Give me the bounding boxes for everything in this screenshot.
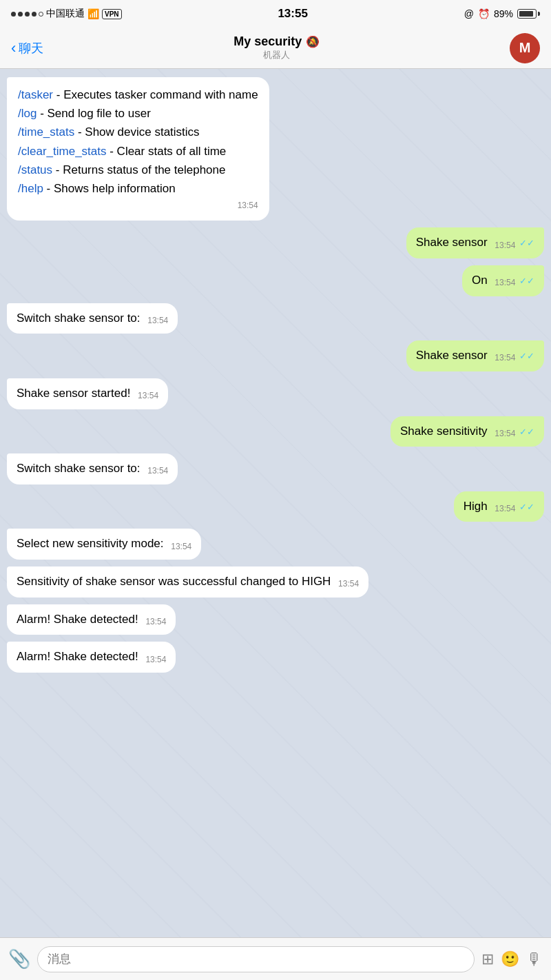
checkmarks: ✓✓ bbox=[517, 351, 534, 361]
message-row: Shake sensitivity 13:54 ✓✓ bbox=[7, 416, 544, 447]
dot-5 bbox=[39, 12, 43, 17]
bubble-text: High bbox=[464, 500, 491, 513]
bubble-time: 13:54 bbox=[147, 466, 168, 476]
bubble-time: 13:54 bbox=[495, 353, 515, 363]
title-text: My security bbox=[233, 34, 302, 49]
clock-icon: ⏰ bbox=[478, 8, 490, 19]
bubble-time: 13:54 bbox=[495, 504, 515, 513]
message-row: High 13:54 ✓✓ bbox=[7, 491, 544, 522]
carrier-label: 中国联通 bbox=[46, 8, 85, 20]
bubble-time: 13:54 bbox=[495, 429, 515, 438]
dot-3 bbox=[25, 12, 30, 17]
message-bubble: Switch shake sensor to: 13:54 bbox=[7, 453, 178, 484]
message-bubble: Shake sensor 13:54 ✓✓ bbox=[406, 340, 544, 371]
emoji-icon[interactable]: 🙂 bbox=[501, 950, 519, 968]
attach-icon[interactable]: 📎 bbox=[8, 948, 30, 970]
bubble-text: Shake sensor bbox=[416, 349, 491, 362]
message-bubble: Switch shake sensor to: 13:54 bbox=[7, 303, 178, 334]
message-bubble: Sensitivity of shake sensor was successf… bbox=[7, 566, 368, 598]
mute-icon: 🔕 bbox=[306, 35, 320, 48]
battery-percent: 89% bbox=[494, 8, 513, 19]
bubble-text: Sensitivity of shake sensor was successf… bbox=[17, 575, 334, 588]
bubble-time: 13:54 bbox=[338, 579, 359, 589]
back-label: 聊天 bbox=[19, 40, 43, 57]
checkmarks: ✓✓ bbox=[517, 276, 534, 286]
message-bubble: High 13:54 ✓✓ bbox=[454, 491, 544, 522]
battery-tip bbox=[538, 12, 540, 16]
help-line: /help - Shows help information bbox=[18, 179, 258, 198]
help-line: /tasker - Executes tasker command with n… bbox=[18, 85, 258, 104]
back-button[interactable]: ‹ 聊天 bbox=[11, 39, 43, 57]
checkmarks: ✓✓ bbox=[517, 502, 534, 512]
bubble-text: Select new sensitivity mode: bbox=[17, 537, 167, 550]
message-row: Switch shake sensor to: 13:54 bbox=[7, 303, 544, 334]
back-chevron-icon: ‹ bbox=[11, 39, 16, 57]
bubble-text: Shake sensor started! bbox=[17, 387, 134, 400]
bubble-text: Switch shake sensor to: bbox=[17, 312, 143, 325]
message-input[interactable] bbox=[37, 946, 475, 972]
status-time: 13:55 bbox=[278, 7, 307, 21]
message-row: Select new sensitivity mode: 13:54 bbox=[7, 529, 544, 560]
bubble-text: Alarm! Shake detected! bbox=[17, 613, 141, 626]
bubble-time: 13:54 bbox=[171, 542, 191, 551]
signal-dots bbox=[11, 12, 43, 17]
help-line: /status - Returns status of the telephon… bbox=[18, 161, 258, 179]
status-left: 中国联通 📶 VPN bbox=[11, 8, 122, 20]
keyboard-icon[interactable]: ⊞ bbox=[481, 950, 494, 968]
avatar[interactable]: M bbox=[510, 33, 540, 63]
help-time: 13:54 bbox=[18, 199, 258, 212]
help-bubble: /tasker - Executes tasker command with n… bbox=[7, 77, 269, 221]
checkmarks: ✓✓ bbox=[517, 238, 534, 248]
alarm-icon: @ bbox=[464, 8, 474, 19]
message-row: Shake sensor 13:54 ✓✓ bbox=[7, 340, 544, 371]
status-right: @ ⏰ 89% bbox=[464, 8, 540, 19]
dot-4 bbox=[32, 12, 37, 17]
nav-title-block: My security 🔕 机器人 bbox=[233, 34, 320, 61]
bubble-text: Shake sensor bbox=[416, 236, 491, 249]
vpn-badge: VPN bbox=[102, 9, 122, 19]
message-bubble: Shake sensitivity 13:54 ✓✓ bbox=[391, 416, 544, 447]
message-row: Switch shake sensor to: 13:54 bbox=[7, 453, 544, 484]
message-bubble: Alarm! Shake detected! 13:54 bbox=[7, 642, 176, 673]
message-row: Shake sensor started! 13:54 bbox=[7, 378, 544, 409]
message-bubble: Shake sensor 13:54 ✓✓ bbox=[406, 227, 544, 258]
message-row: Sensitivity of shake sensor was successf… bbox=[7, 566, 544, 598]
bubble-text: Switch shake sensor to: bbox=[17, 462, 143, 475]
checkmarks: ✓✓ bbox=[517, 427, 534, 437]
bubble-text: Shake sensitivity bbox=[400, 425, 490, 438]
messages-container: Shake sensor 13:54 ✓✓On 13:54 ✓✓Switch s… bbox=[7, 227, 544, 673]
message-bubble: Select new sensitivity mode: 13:54 bbox=[7, 529, 201, 560]
message-bubble: Shake sensor started! 13:54 bbox=[7, 378, 168, 409]
battery-icon bbox=[517, 9, 540, 19]
help-line: /time_stats - Show device statistics bbox=[18, 123, 258, 141]
bubble-time: 13:54 bbox=[138, 391, 158, 400]
battery-body bbox=[517, 9, 537, 19]
wifi-icon: 📶 bbox=[87, 8, 99, 19]
bubble-time: 13:54 bbox=[145, 655, 166, 664]
message-row: Shake sensor 13:54 ✓✓ bbox=[7, 227, 544, 258]
battery-fill bbox=[519, 11, 533, 17]
nav-title: My security 🔕 bbox=[233, 34, 320, 49]
message-row: /tasker - Executes tasker command with n… bbox=[7, 77, 544, 221]
bubble-time: 13:54 bbox=[145, 617, 166, 626]
chat-area: /tasker - Executes tasker command with n… bbox=[0, 69, 551, 937]
message-bubble: On 13:54 ✓✓ bbox=[462, 265, 544, 296]
message-row: On 13:54 ✓✓ bbox=[7, 265, 544, 296]
status-bar: 中国联通 📶 VPN 13:55 @ ⏰ 89% bbox=[0, 0, 551, 28]
nav-bar: ‹ 聊天 My security 🔕 机器人 M bbox=[0, 28, 551, 69]
help-line: /log - Send log file to user bbox=[18, 104, 258, 123]
dot-2 bbox=[18, 12, 23, 17]
bubble-time: 13:54 bbox=[495, 241, 515, 250]
bubble-time: 13:54 bbox=[147, 316, 168, 325]
mic-icon[interactable]: 🎙 bbox=[526, 950, 543, 969]
help-line: /clear_time_stats - Clear stats of all t… bbox=[18, 142, 258, 161]
help-lines: /tasker - Executes tasker command with n… bbox=[18, 85, 258, 198]
bubble-text: Alarm! Shake detected! bbox=[17, 650, 141, 663]
message-row: Alarm! Shake detected! 13:54 bbox=[7, 604, 544, 635]
dot-1 bbox=[11, 12, 16, 17]
nav-subtitle: 机器人 bbox=[233, 49, 320, 61]
bottom-bar: 📎 ⊞ 🙂 🎙 bbox=[0, 937, 551, 980]
message-bubble: Alarm! Shake detected! 13:54 bbox=[7, 604, 176, 635]
bubble-text: On bbox=[472, 274, 490, 287]
message-row: Alarm! Shake detected! 13:54 bbox=[7, 642, 544, 673]
